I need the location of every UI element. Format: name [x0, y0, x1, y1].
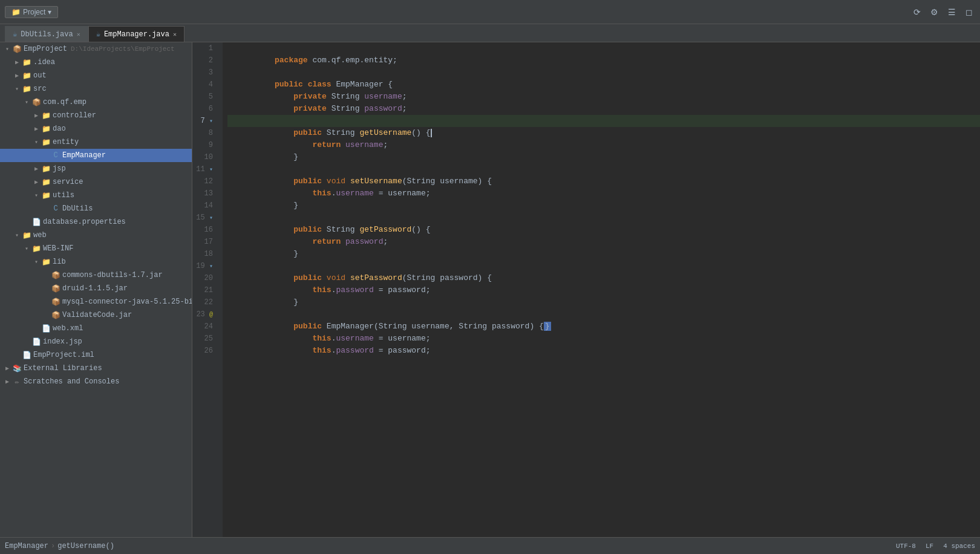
src-folder-icon: 📁: [22, 85, 31, 94]
line-num-21: 21: [192, 284, 218, 296]
sidebar-label-service: service: [53, 178, 83, 186]
sidebar-item-dbutils[interactable]: C DbUtils: [0, 202, 192, 215]
project-menu-button[interactable]: 📁 Project ▾: [5, 6, 58, 18]
druid-jar-icon: 📦: [51, 284, 60, 293]
web-folder-icon: 📁: [22, 231, 31, 240]
sidebar-item-web[interactable]: ▾ 📁 web: [0, 229, 192, 242]
code-line-22: [227, 296, 980, 308]
code-line-2: [227, 54, 980, 67]
sidebar-item-entity[interactable]: ▾ 📁 entity: [0, 135, 192, 149]
sidebar-item-webxml[interactable]: 📄 web.xml: [0, 322, 192, 335]
jar-icon: 📦: [51, 271, 60, 280]
expand-arrow-scratch-icon: ▶: [2, 378, 12, 385]
sidebar-item-druid[interactable]: 📦 druid-1.1.5.jar: [0, 282, 192, 295]
sidebar-item-empmanager[interactable]: C EmpManager: [0, 149, 192, 162]
sidebar-item-src[interactable]: ▾ 📁 src: [0, 82, 192, 96]
tab-dbutils[interactable]: ☕ DbUtils.java ✕: [5, 26, 88, 42]
expand-arrow-ctrl-icon: ▶: [31, 112, 41, 119]
code-line-9: }: [227, 139, 980, 151]
maximize-icon[interactable]: ◻: [963, 6, 975, 18]
lib-folder-icon: 📁: [41, 258, 51, 267]
expand-arrow-service-icon: ▶: [31, 178, 41, 186]
tab-empmanager[interactable]: ☕ EmpManager.java ✕: [88, 26, 185, 42]
sidebar-item-database-props[interactable]: 📄 database.properties: [0, 215, 192, 229]
line-num-20: 20: [192, 272, 218, 284]
line-numbers: 1 2 3 4 5 6 7 ▾ 8 9 10 11 ▾ 12 13 14 15 …: [192, 42, 223, 554]
tab-dbutils-close[interactable]: ✕: [77, 31, 80, 38]
java-file-icon-2: ☕: [96, 30, 100, 39]
line-num-17: 17: [192, 236, 218, 248]
settings-icon[interactable]: ⚙: [928, 6, 941, 18]
sidebar-item-commons-dbutils[interactable]: 📦 commons-dbutils-1.7.jar: [0, 269, 192, 282]
code-line-24: this.username = username;: [227, 321, 980, 333]
sidebar-item-validatecode[interactable]: 📦 ValidateCode.jar: [0, 308, 192, 322]
line-num-16: 16: [192, 224, 218, 236]
idea-folder-icon: 📁: [22, 58, 31, 67]
code-line-20: this.password = password;: [227, 272, 980, 284]
code-line-10: [227, 151, 980, 163]
code-line-8: return username;: [227, 127, 980, 139]
sidebar-label-lib: lib: [53, 258, 66, 266]
sidebar-label-scratches: Scratches and Consoles: [24, 377, 119, 386]
status-indent[interactable]: 4 spaces: [943, 543, 975, 550]
expand-arrow-entity-icon: ▾: [31, 138, 41, 146]
line-num-7: 7 ▾: [192, 115, 218, 127]
code-area: 1 2 3 4 5 6 7 ▾ 8 9 10 11 ▾ 12 13 14 15 …: [192, 42, 980, 554]
line-num-18: 18: [192, 248, 218, 260]
breadcrumb-method[interactable]: getUsername(): [57, 542, 114, 550]
line-num-19: 19 ▾: [192, 260, 218, 272]
sidebar-item-jsp[interactable]: ▶ 📁 jsp: [0, 162, 192, 175]
webinf-folder-icon: 📁: [31, 244, 41, 253]
code-line-18: [227, 248, 980, 260]
tab-empmanager-close[interactable]: ✕: [173, 31, 177, 38]
sidebar-item-mysql-connector[interactable]: 📦 mysql-connector-java-5.1.25-bin.jar: [0, 295, 192, 308]
sync-icon[interactable]: ⟳: [911, 6, 923, 18]
sidebar-item-indexjsp[interactable]: 📄 index.jsp: [0, 335, 192, 348]
sidebar-item-empproject[interactable]: ▾ 📦 EmpProject D:\IdeaProjects\EmpProjec…: [0, 42, 192, 56]
sidebar-item-utils[interactable]: ▾ 📁 utils: [0, 189, 192, 202]
status-encoding[interactable]: UTF-8: [896, 543, 916, 550]
validate-jar-icon: 📦: [51, 311, 60, 320]
code-line-14: [227, 200, 980, 212]
code-line-6: I: [227, 103, 980, 115]
sidebar: ▾ 📦 EmpProject D:\IdeaProjects\EmpProjec…: [0, 42, 192, 554]
expand-arrow-webinf-icon: ▾: [22, 245, 31, 252]
expand-arrow-icon: ▾: [2, 45, 12, 53]
jsp-folder-icon: 📁: [41, 165, 51, 174]
code-line-16: return password;: [227, 224, 980, 236]
sidebar-item-service[interactable]: ▶ 📁 service: [0, 175, 192, 189]
code-editor[interactable]: 1 2 3 4 5 6 7 ▾ 8 9 10 11 ▾ 12 13 14 15 …: [192, 42, 980, 554]
sidebar-item-scratches[interactable]: ▶ ✏ Scratches and Consoles: [0, 375, 192, 388]
sidebar-item-external-libs[interactable]: ▶ 📚 External Libraries: [0, 362, 192, 375]
java-class-icon: C: [51, 151, 60, 160]
code-line-21: }: [227, 284, 980, 296]
status-lf[interactable]: LF: [926, 543, 933, 550]
code-line-5: private String password;: [227, 91, 980, 103]
sidebar-item-webinf[interactable]: ▾ 📁 WEB-INF: [0, 242, 192, 255]
project-icon: 📁: [11, 8, 21, 16]
sidebar-item-empproject-iml[interactable]: 📄 EmpProject.iml: [0, 348, 192, 362]
expand-arrow-utils-icon: ▾: [31, 192, 41, 199]
sidebar-item-controller[interactable]: ▶ 📁 controller: [0, 109, 192, 122]
sidebar-item-package[interactable]: ▾ 📦 com.qf.emp: [0, 96, 192, 109]
breadcrumb-empmanager[interactable]: EmpManager: [5, 542, 48, 550]
sidebar-label-web: web: [33, 231, 47, 240]
service-folder-icon: 📁: [41, 178, 51, 187]
sidebar-item-idea[interactable]: ▶ 📁 .idea: [0, 56, 192, 69]
status-info: UTF-8 LF 4 spaces: [896, 543, 975, 550]
line-num-10: 10: [192, 151, 218, 163]
sidebar-item-lib[interactable]: ▾ 📁 lib: [0, 255, 192, 269]
sidebar-item-out[interactable]: ▶ 📁 out: [0, 69, 192, 82]
project-label: Project: [23, 8, 45, 16]
expand-arrow-lib-icon: ▾: [31, 258, 41, 266]
bottom-bar: EmpManager › getUsername() UTF-8 LF 4 sp…: [0, 537, 980, 554]
line-num-24: 24: [192, 321, 218, 333]
expand-arrow-out-icon: ▶: [12, 72, 22, 79]
code-line-3: public class EmpManager {: [227, 67, 980, 79]
sidebar-label-druid: druid-1.1.5.jar: [62, 284, 128, 293]
expand-arrow-dao-icon: ▶: [31, 125, 41, 132]
sidebar-item-dao[interactable]: ▶ 📁 dao: [0, 122, 192, 135]
layout-icon[interactable]: ☰: [946, 6, 958, 18]
properties-file-icon: 📄: [31, 218, 41, 227]
tab-dbutils-label: DbUtils.java: [21, 30, 73, 39]
